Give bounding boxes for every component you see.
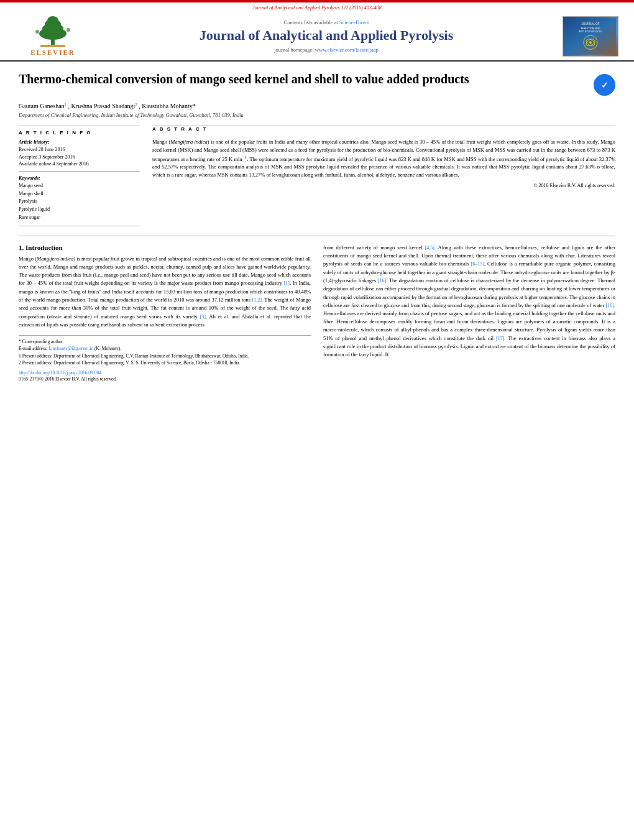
footnote2: 2 Present address: Department of Chemica… <box>19 359 311 366</box>
abstract-column: A B S T R A C T Mango (Mangifera indica)… <box>152 126 615 226</box>
svg-text:ANALYTICAL AND: ANALYTICAL AND <box>581 27 600 29</box>
svg-point-6 <box>35 30 39 34</box>
received-line: Received 28 June 2016 <box>19 146 140 153</box>
journal-homepage: journal homepage: www.elsevier.com/locat… <box>99 47 553 53</box>
svg-text:JOURNAL OF: JOURNAL OF <box>581 22 599 25</box>
email-label: E-mail address: <box>19 346 48 351</box>
article-title-section: Thermo-chemical conversion of mango seed… <box>19 71 615 96</box>
keyword-4: Pyrolytic liquid <box>19 206 140 214</box>
section1-name: Introduction <box>25 244 63 251</box>
keyword-2: Mango shell <box>19 190 140 198</box>
journal-title: Journal of Analytical and Applied Pyroly… <box>99 27 553 44</box>
svg-point-4 <box>47 16 58 25</box>
sciencedirect-line: Contents lists available at ScienceDirec… <box>99 19 553 25</box>
author2-sup: 2 <box>135 102 137 107</box>
elsevier-label: ELSEVIER <box>30 48 75 56</box>
abstract-section: A B S T R A C T Mango (Mangifera indica)… <box>152 126 615 188</box>
journal-top-info: Journal of Analytical and Applied Pyroly… <box>0 2 634 12</box>
homepage-url[interactable]: www.elsevier.com/locate/jaap <box>315 47 379 53</box>
svg-text:APPLIED PYROLYSIS: APPLIED PYROLYSIS <box>579 30 602 33</box>
author2-name: , Krushna Prasad Shadangi <box>68 103 136 109</box>
section1-number: 1. <box>19 244 24 251</box>
authors-line: Gautam Ganeshan1 , Krushna Prasad Shadan… <box>19 102 615 109</box>
journal-cover-container: JOURNAL OF ANALYTICAL AND APPLIED PYROLY… <box>559 14 622 58</box>
author1-sup: 1 <box>65 102 67 107</box>
accepted-line: Accepted 3 September 2016 <box>19 154 140 160</box>
keyword-1: Mango seed <box>19 182 140 190</box>
keyword-5: Rare sugar <box>19 214 140 222</box>
keywords-label: Keywords: <box>19 175 140 181</box>
article-info-column: A R T I C L E I N F O Article history: R… <box>19 126 140 226</box>
and-word: and <box>103 288 110 295</box>
footnote1: 1 Present address: Department of Chemica… <box>19 353 311 359</box>
svg-point-15 <box>589 41 592 44</box>
body-paragraph-1: Mango (Mangifera indica) is most popular… <box>19 255 311 329</box>
page: Journal of Analytical and Applied Pyroly… <box>0 0 634 840</box>
author1-name: Gautam Ganeshan <box>19 103 65 109</box>
email-address: kmohanty@iitg.ernet.in <box>49 346 93 351</box>
homepage-label: journal homepage: <box>274 47 314 53</box>
email-link[interactable]: kmohanty@iitg.ernet.in <box>49 346 94 351</box>
crossmark-svg: ✓ <box>595 76 614 95</box>
article-meta-columns: A R T I C L E I N F O Article history: R… <box>19 126 615 226</box>
abstract-content: Mango (Mangifera indica) is one of the p… <box>152 139 615 178</box>
header-section: ELSEVIER Contents lists available at Sci… <box>0 12 634 62</box>
body-right-column: from different variety of mango seed ker… <box>323 244 615 382</box>
body-columns: 1. Introduction Mango (Mangifera indica)… <box>19 244 615 382</box>
abstract-heading: A B S T R A C T <box>152 126 615 132</box>
crossmark-badge: ✓ <box>594 74 615 96</box>
body-left-column: 1. Introduction Mango (Mangifera indica)… <box>19 244 311 382</box>
section1-title: 1. Introduction <box>19 244 311 251</box>
doi-line: http://dx.doi.org/10.1016/j.jaap.2016.09… <box>19 370 101 376</box>
corresponding-star: * <box>193 103 196 109</box>
svg-text:✓: ✓ <box>601 81 609 90</box>
header-center: Contents lists available at ScienceDirec… <box>93 19 559 52</box>
journal-ref-text: Journal of Analytical and Applied Pyroly… <box>252 5 381 11</box>
journal-cover-svg: JOURNAL OF ANALYTICAL AND APPLIED PYROLY… <box>565 17 616 56</box>
main-content: Thermo-chemical conversion of mango seed… <box>0 62 634 395</box>
abstract-text: Mango (Mangifera indica) is one of the p… <box>152 136 615 179</box>
copyright-line: © 2016 Elsevier B.V. All rights reserved… <box>152 183 615 188</box>
contents-text: Contents lists available at <box>284 19 338 25</box>
svg-rect-5 <box>40 45 65 47</box>
author3-name: , Kaustubha Mohanty <box>139 103 192 109</box>
email-note: E-mail address: kmohanty@iitg.ernet.in (… <box>19 345 311 352</box>
elsevier-tree-icon <box>25 16 81 47</box>
body-divider <box>19 236 615 236</box>
email-name: (K. Mohanty). <box>94 346 121 351</box>
footer-bottom: http://dx.doi.org/10.1016/j.jaap.2016.09… <box>19 370 311 376</box>
svg-point-7 <box>67 28 70 32</box>
history-label: Article history: <box>19 139 140 145</box>
article-info-heading: A R T I C L E I N F O <box>19 130 140 136</box>
doi-text: http://dx.doi.org/10.1016/j.jaap.2016.09… <box>19 370 101 376</box>
article-info-box: A R T I C L E I N F O Article history: R… <box>19 126 140 226</box>
doi-link[interactable]: http://dx.doi.org/10.1016/j.jaap.2016.09… <box>19 370 101 376</box>
keywords-section: Keywords: Mango seed Mango shell Pyrolys… <box>19 171 140 222</box>
rights-line: 0165-2370/© 2016 Elsevier B.V. All right… <box>19 376 311 382</box>
elsevier-logo-container: ELSEVIER <box>12 14 93 58</box>
corresponding-text: * Corresponding author. <box>19 339 64 344</box>
corresponding-note: * Corresponding author. <box>19 338 311 345</box>
sciencedirect-link[interactable]: ScienceDirect <box>339 19 369 25</box>
footnotes-section: * Corresponding author. E-mail address: … <box>19 335 311 366</box>
article-title: Thermo-chemical conversion of mango seed… <box>19 71 587 87</box>
history-subsection: Article history: Received 28 June 2016 A… <box>19 139 140 167</box>
available-line: Available online 4 September 2016 <box>19 160 140 167</box>
crossmark-icon: ✓ <box>594 74 615 96</box>
affiliation: Department of Chemical Engineering, Indi… <box>19 112 615 118</box>
journal-cover-image: JOURNAL OF ANALYTICAL AND APPLIED PYROLY… <box>563 16 618 57</box>
keyword-3: Pyrolysis <box>19 198 140 206</box>
body-paragraph-2: from different variety of mango seed ker… <box>323 244 615 359</box>
